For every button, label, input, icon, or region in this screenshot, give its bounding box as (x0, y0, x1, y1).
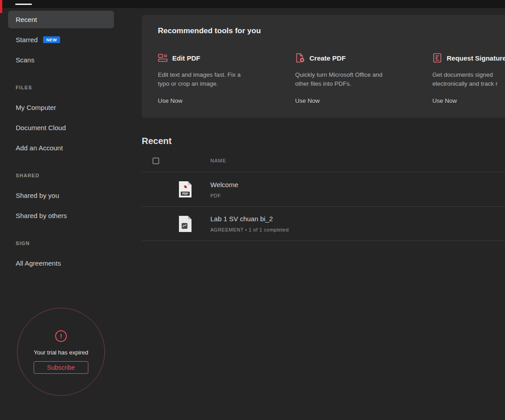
use-now-link[interactable]: Use Now (158, 97, 185, 104)
recommended-tools-title: Recommended tools for you (158, 26, 505, 36)
tool-name: Create PDF (309, 54, 346, 62)
name-column-header[interactable]: NAME (210, 158, 226, 163)
sidebar-item-label: Shared by you (16, 192, 59, 199)
tool-description: Edit text and images fast. Fix a typo or… (158, 70, 266, 88)
tools-row: Edit PDF Edit text and images fast. Fix … (158, 52, 505, 104)
recommended-tools-card: Recommended tools for you Edit PDF Edit … (142, 15, 505, 118)
sidebar-item-starred[interactable]: Starred NEW (8, 31, 114, 48)
sidebar-item-label: Starred (16, 36, 38, 44)
sidebar-item-label: Shared by others (16, 212, 67, 219)
file-subtitle: AGREEMENT • 1 of 1 completed (210, 227, 289, 233)
agreement-file-icon (178, 215, 192, 232)
create-pdf-icon (295, 53, 305, 63)
sidebar-item-label: Recent (16, 16, 37, 23)
sidebar-item-scans[interactable]: Scans (8, 51, 114, 69)
subscribe-button[interactable]: Subscribe (34, 361, 88, 374)
tool-description: Quickly turn Microsoft Office and other … (295, 70, 403, 88)
request-signatures-icon (432, 53, 442, 63)
trial-message: Your trial has expired (34, 349, 88, 356)
left-edge-accent (0, 0, 2, 13)
active-tab-underline (15, 4, 32, 5)
new-badge: NEW (43, 36, 60, 44)
file-row-lab-1-sv-chuan-bi-2[interactable]: Lab 1 SV chuan bi_2 AGREEMENT • 1 of 1 c… (142, 206, 505, 241)
sidebar-item-label: My Computer (16, 104, 56, 111)
sidebar-item-document-cloud[interactable]: Document Cloud (8, 119, 114, 136)
alert-icon: ! (55, 330, 67, 342)
recent-section-title: Recent (142, 136, 172, 146)
sidebar-item-label: Document Cloud (16, 124, 66, 131)
svg-text:PDF: PDF (183, 192, 188, 195)
file-subtitle: PDF (210, 193, 238, 199)
file-title: Welcome (210, 180, 238, 189)
edit-pdf-icon (158, 53, 168, 63)
sidebar-item-my-computer[interactable]: My Computer (8, 99, 114, 116)
recent-table-header: NAME (142, 151, 505, 172)
sidebar-section-files: FILES (8, 79, 114, 96)
sidebar-item-add-an-account[interactable]: Add an Account (8, 139, 114, 157)
sidebar-item-label: Scans (16, 56, 35, 64)
file-row-welcome[interactable]: PDF Welcome PDF (142, 172, 505, 206)
sidebar-section-sign: SIGN (8, 234, 114, 252)
sidebar-section-shared: SHARED (8, 166, 114, 184)
top-bar (0, 0, 505, 8)
use-now-link[interactable]: Use Now (295, 97, 322, 104)
pdf-file-icon: PDF (178, 181, 192, 198)
sidebar-item-label: All Agreements (16, 259, 61, 267)
select-all-checkbox[interactable] (152, 158, 159, 164)
tool-name: Request Signatures (447, 54, 505, 62)
sidebar-item-all-agreements[interactable]: All Agreements (8, 254, 114, 272)
trial-expired-widget: ! Your trial has expired Subscribe (17, 308, 105, 396)
sidebar-item-recent[interactable]: Recent (8, 11, 114, 28)
file-title: Lab 1 SV chuan bi_2 (210, 214, 289, 223)
tool-request-signatures: Request Signatures Get documents signed … (432, 52, 505, 104)
tool-create-pdf: Create PDF Quickly turn Microsoft Office… (295, 52, 432, 104)
recent-rows: PDF Welcome PDF Lab 1 SV chuan bi_2 AGRE… (142, 172, 505, 241)
tool-edit-pdf: Edit PDF Edit text and images fast. Fix … (158, 52, 295, 104)
sidebar-item-shared-by-you[interactable]: Shared by you (8, 187, 114, 204)
use-now-link[interactable]: Use Now (432, 97, 459, 104)
sidebar-item-label: Add an Account (16, 144, 63, 152)
tool-name: Edit PDF (172, 54, 200, 62)
tool-description: Get documents signed electronically and … (432, 70, 505, 88)
sidebar-item-shared-by-others[interactable]: Shared by others (8, 207, 114, 224)
